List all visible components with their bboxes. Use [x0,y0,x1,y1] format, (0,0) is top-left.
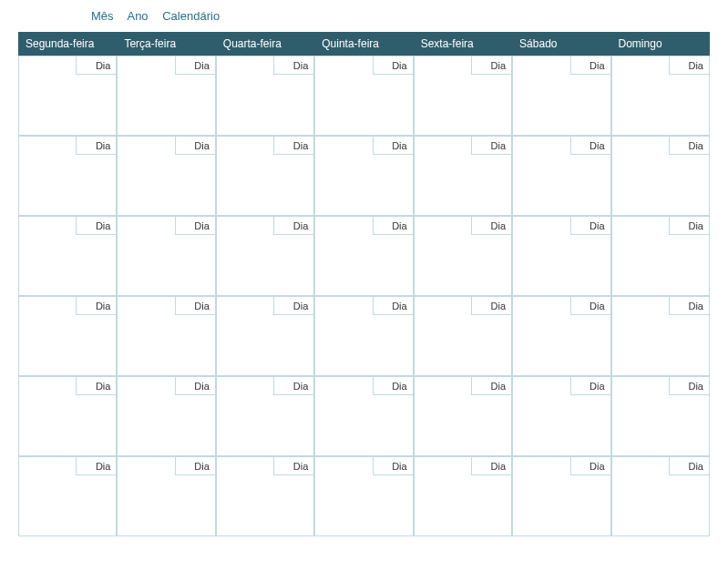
day-number-box: Dia [570,457,610,475]
day-number-box: Dia [273,217,313,235]
calendar-body: DiaDiaDiaDiaDiaDiaDiaDiaDiaDiaDiaDiaDiaD… [18,56,710,536]
day-number-box: Dia [471,217,511,235]
day-number-box: Dia [273,56,313,75]
calendar-cell[interactable]: Dia [414,56,512,136]
weekday-header: Terça-feira [117,32,215,56]
day-number-box: Dia [373,377,413,395]
calendar-cell[interactable]: Dia [414,376,512,456]
day-number-box: Dia [471,56,511,75]
day-number-box: Dia [273,297,313,315]
calendar-cell[interactable]: Dia [314,136,413,216]
day-number-box: Dia [76,217,116,235]
day-number-box: Dia [669,137,709,155]
day-number-box: Dia [175,377,215,395]
calendar-cell[interactable]: Dia [314,456,413,536]
calendar-cell[interactable]: Dia [18,456,117,536]
calendar-cell[interactable]: Dia [216,296,314,376]
calendar-label: Calendário [162,9,220,23]
day-number-box: Dia [570,377,610,395]
day-number-box: Dia [570,137,610,155]
calendar-cell[interactable]: Dia [414,136,512,216]
day-number-box: Dia [76,297,116,315]
calendar-cell[interactable]: Dia [314,296,413,376]
calendar-cell[interactable]: Dia [314,56,413,136]
calendar-cell[interactable]: Dia [216,56,314,136]
day-number-box: Dia [669,457,709,475]
calendar: Segunda-feira Terça-feira Quarta-feira Q… [18,32,710,536]
calendar-cell[interactable]: Dia [216,136,314,216]
weekday-header: Domingo [611,32,710,56]
day-number-box: Dia [76,137,116,155]
day-number-box: Dia [570,297,610,315]
day-number-box: Dia [273,137,313,155]
calendar-cell[interactable]: Dia [18,216,117,296]
calendar-cell[interactable]: Dia [611,456,710,536]
day-number-box: Dia [273,377,313,395]
calendar-cell[interactable]: Dia [18,376,117,456]
calendar-cell[interactable]: Dia [512,56,610,136]
day-number-box: Dia [175,297,215,315]
calendar-cell[interactable]: Dia [512,376,610,456]
calendar-cell[interactable]: Dia [117,376,215,456]
day-number-box: Dia [373,297,413,315]
calendar-cell[interactable]: Dia [414,296,512,376]
calendar-cell[interactable]: Dia [314,376,413,456]
day-number-box: Dia [471,457,511,475]
weekday-header: Sexta-feira [414,32,512,56]
calendar-cell[interactable]: Dia [611,216,710,296]
day-number-box: Dia [175,217,215,235]
calendar-cell[interactable]: Dia [512,456,610,536]
calendar-cell[interactable]: Dia [611,136,710,216]
calendar-cell[interactable]: Dia [314,216,413,296]
calendar-header-row: Segunda-feira Terça-feira Quarta-feira Q… [18,32,710,56]
calendar-cell[interactable]: Dia [512,296,610,376]
weekday-header: Quarta-feira [216,32,314,56]
calendar-cell[interactable]: Dia [117,216,215,296]
calendar-row: DiaDiaDiaDiaDiaDiaDia [18,56,710,136]
month-label: Mês [91,9,114,23]
day-number-box: Dia [669,297,709,315]
year-label: Ano [127,9,148,23]
day-number-box: Dia [471,137,511,155]
calendar-cell[interactable]: Dia [216,456,314,536]
day-number-box: Dia [471,297,511,315]
calendar-cell[interactable]: Dia [18,136,117,216]
calendar-cell[interactable]: Dia [117,296,215,376]
day-number-box: Dia [76,377,116,395]
day-number-box: Dia [570,56,610,75]
day-number-box: Dia [373,457,413,475]
day-number-box: Dia [76,457,116,475]
calendar-cell[interactable]: Dia [216,376,314,456]
day-number-box: Dia [76,56,116,75]
day-number-box: Dia [669,217,709,235]
day-number-box: Dia [669,56,709,75]
day-number-box: Dia [175,137,215,155]
calendar-cell[interactable]: Dia [216,216,314,296]
calendar-cell[interactable]: Dia [611,56,710,136]
day-number-box: Dia [273,457,313,475]
calendar-cell[interactable]: Dia [611,376,710,456]
weekday-header: Quinta-feira [314,32,413,56]
day-number-box: Dia [373,56,413,75]
weekday-header: Segunda-feira [18,32,117,56]
calendar-cell[interactable]: Dia [117,136,215,216]
day-number-box: Dia [175,56,215,75]
calendar-row: DiaDiaDiaDiaDiaDiaDia [18,136,710,216]
calendar-cell[interactable]: Dia [512,216,610,296]
calendar-cell[interactable]: Dia [611,296,710,376]
calendar-cell[interactable]: Dia [414,456,512,536]
weekday-header: Sábado [512,32,610,56]
calendar-row: DiaDiaDiaDiaDiaDiaDia [18,376,710,456]
day-number-box: Dia [373,137,413,155]
calendar-cell[interactable]: Dia [18,296,117,376]
day-number-box: Dia [570,217,610,235]
calendar-row: DiaDiaDiaDiaDiaDiaDia [18,216,710,296]
calendar-cell[interactable]: Dia [512,136,610,216]
calendar-cell[interactable]: Dia [117,56,215,136]
day-number-box: Dia [669,377,709,395]
header-links: Mês Ano Calendário [0,0,728,32]
day-number-box: Dia [175,457,215,475]
calendar-cell[interactable]: Dia [117,456,215,536]
calendar-cell[interactable]: Dia [414,216,512,296]
calendar-cell[interactable]: Dia [18,56,117,136]
